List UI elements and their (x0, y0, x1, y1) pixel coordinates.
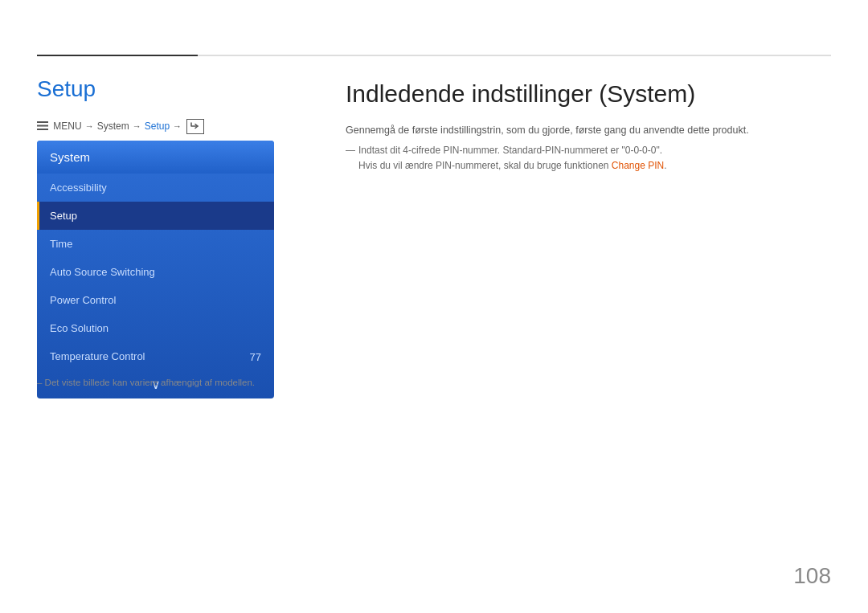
breadcrumb-arrow1: → (85, 121, 94, 131)
content-title: Indledende indstillinger (System) (346, 80, 831, 108)
breadcrumb-menu: MENU (37, 121, 82, 133)
sidebar-item-setup[interactable]: Setup (37, 202, 274, 230)
sidebar-panel: System Accessibility Setup Time Auto Sou… (37, 141, 274, 398)
page-title: Setup (37, 76, 96, 102)
content-note1: Indtast dit 4-cifrede PIN-nummer. Standa… (346, 143, 831, 158)
content-description: Gennemgå de første indstillingstrin, som… (346, 122, 831, 138)
svg-rect-2 (37, 129, 48, 130)
change-pin-link[interactable]: Change PIN (612, 160, 664, 171)
sidebar-item-eco-solution[interactable]: Eco Solution (37, 314, 274, 342)
page-number: 108 (793, 563, 831, 589)
sidebar-item-temperature-control[interactable]: Temperature Control 77 (37, 342, 274, 370)
breadcrumb-arrow3: → (173, 121, 182, 131)
sidebar-header: System (37, 141, 274, 174)
breadcrumb-setup: Setup (145, 121, 170, 132)
sidebar-item-accessibility[interactable]: Accessibility (37, 174, 274, 202)
top-divider (37, 55, 831, 56)
content-area: Indledende indstillinger (System) Gennem… (346, 80, 831, 174)
breadcrumb-enter (186, 119, 204, 134)
temperature-value: 77 (250, 350, 261, 362)
sidebar-item-time[interactable]: Time (37, 230, 274, 258)
svg-rect-1 (37, 125, 48, 126)
sidebar-item-power-control[interactable]: Power Control (37, 286, 274, 314)
sidebar-item-auto-source-switching[interactable]: Auto Source Switching (37, 258, 274, 286)
breadcrumb-system: System (97, 121, 129, 132)
svg-rect-0 (37, 121, 48, 123)
breadcrumb: MENU → System → Setup → (37, 119, 204, 134)
breadcrumb-arrow2: → (133, 121, 141, 131)
content-note2: Hvis du vil ændre PIN-nummeret, skal du … (346, 158, 831, 174)
footnote: – Det viste billede kan variere afhængig… (37, 378, 255, 387)
